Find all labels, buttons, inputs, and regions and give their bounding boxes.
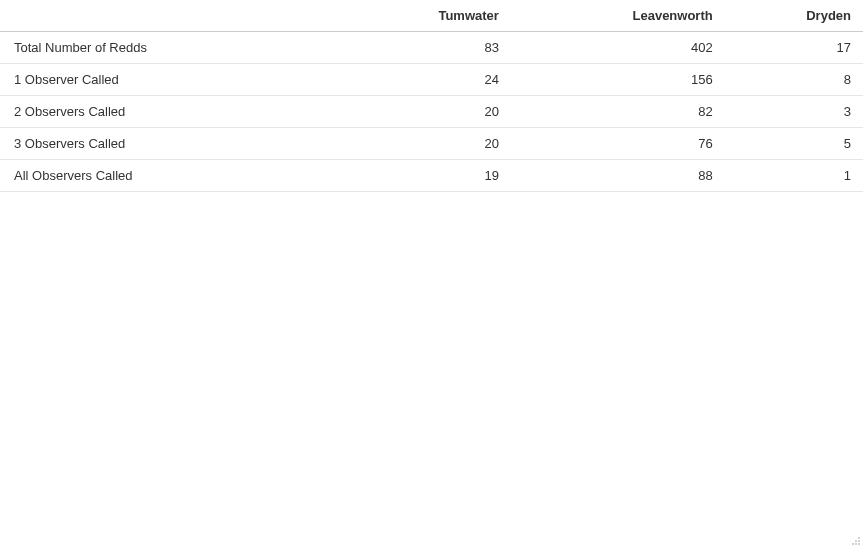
svg-point-5 — [858, 543, 860, 545]
col-header-dryden: Dryden — [725, 0, 863, 32]
cell-value: 156 — [511, 64, 725, 96]
svg-point-0 — [858, 537, 860, 539]
cell-value: 88 — [511, 160, 725, 192]
col-header-tumwater: Tumwater — [339, 0, 511, 32]
cell-value: 76 — [511, 128, 725, 160]
cell-value: 3 — [725, 96, 863, 128]
svg-point-3 — [852, 543, 854, 545]
row-label: 1 Observer Called — [0, 64, 339, 96]
table-row: Total Number of Redds 83 402 17 — [0, 32, 863, 64]
resize-handle-icon[interactable] — [851, 536, 861, 546]
cell-value: 20 — [339, 96, 511, 128]
cell-value: 1 — [725, 160, 863, 192]
row-label: All Observers Called — [0, 160, 339, 192]
col-header-leavenworth: Leavenworth — [511, 0, 725, 32]
cell-value: 82 — [511, 96, 725, 128]
svg-point-1 — [855, 540, 857, 542]
svg-point-4 — [855, 543, 857, 545]
table-header-row: Tumwater Leavenworth Dryden — [0, 0, 863, 32]
data-table: Tumwater Leavenworth Dryden Total Number… — [0, 0, 863, 192]
cell-value: 5 — [725, 128, 863, 160]
cell-value: 83 — [339, 32, 511, 64]
cell-value: 17 — [725, 32, 863, 64]
cell-value: 8 — [725, 64, 863, 96]
cell-value: 402 — [511, 32, 725, 64]
cell-value: 24 — [339, 64, 511, 96]
svg-point-2 — [858, 540, 860, 542]
table-row: 1 Observer Called 24 156 8 — [0, 64, 863, 96]
table-row: All Observers Called 19 88 1 — [0, 160, 863, 192]
table-row: 2 Observers Called 20 82 3 — [0, 96, 863, 128]
row-label: 2 Observers Called — [0, 96, 339, 128]
table-row: 3 Observers Called 20 76 5 — [0, 128, 863, 160]
cell-value: 19 — [339, 160, 511, 192]
cell-value: 20 — [339, 128, 511, 160]
row-label: 3 Observers Called — [0, 128, 339, 160]
col-header-empty — [0, 0, 339, 32]
row-label: Total Number of Redds — [0, 32, 339, 64]
